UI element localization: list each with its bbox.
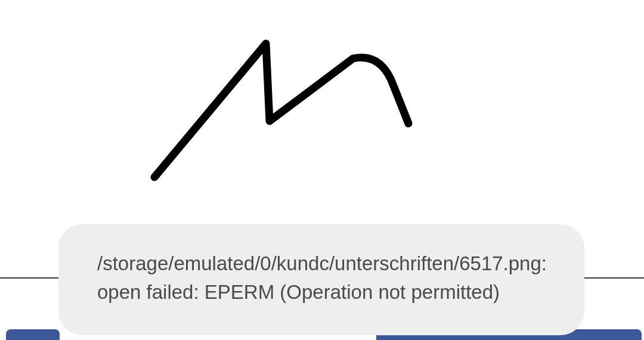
error-toast: /storage/emulated/0/kundc/unterschriften… — [58, 224, 584, 335]
toast-text: /storage/emulated/0/kundc/unterschriften… — [97, 252, 547, 303]
left-button[interactable] — [6, 329, 60, 340]
